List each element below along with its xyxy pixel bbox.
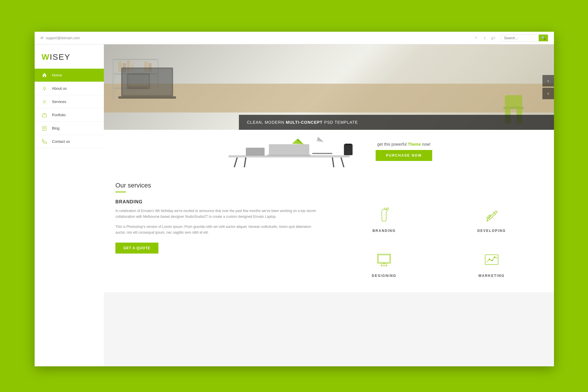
designing-icon-label: DESIGNING xyxy=(372,274,396,278)
document-icon xyxy=(40,124,48,132)
service-card-designing: DESIGNING xyxy=(333,244,435,284)
top-bar-left: ✉ support@domain.com xyxy=(40,36,80,40)
promo-banner: get this powerful Theme now! PURCHASE NO… xyxy=(104,130,554,173)
nav-item-about[interactable]: About us xyxy=(35,82,104,95)
services-grid: BRANDING In celebration of Envato's 9th … xyxy=(115,199,542,284)
content-area[interactable]: CLEAN, MODERN MULTI-CONCEPT PSD TEMPLATE… xyxy=(104,44,554,366)
svg-rect-45 xyxy=(488,211,497,220)
phone-icon xyxy=(40,138,48,146)
twitter-icon[interactable]: t xyxy=(482,35,488,41)
nav-label-portfolio: Portfolio xyxy=(52,113,66,117)
svg-rect-36 xyxy=(344,144,353,155)
branding-text2: This is Photoshop's version of Lorem Ips… xyxy=(115,224,319,236)
svg-rect-32 xyxy=(269,144,309,155)
logo-rest: ISEY xyxy=(50,52,70,61)
horse-icon xyxy=(375,207,393,224)
svg-rect-34 xyxy=(246,148,265,156)
svg-line-30 xyxy=(332,157,334,167)
nav-label-home: Home xyxy=(52,73,62,77)
social-icons: f t g+ xyxy=(473,35,496,41)
service-card-branding: BRANDING xyxy=(333,199,435,239)
desk-mockup xyxy=(118,67,176,105)
promo-suffix: now! xyxy=(421,142,430,147)
hero-caption: CLEAN, MODERN MULTI-CONCEPT PSD TEMPLATE xyxy=(239,115,554,130)
search-bar: 🔍 xyxy=(501,34,548,42)
svg-rect-55 xyxy=(485,255,498,265)
purchase-button[interactable]: PURCHASE NOW xyxy=(376,150,432,161)
promo-prefix: get this powerful xyxy=(377,142,408,147)
services-section: Our services BRANDING In celebration of … xyxy=(104,173,554,292)
googleplus-icon[interactable]: g+ xyxy=(490,35,496,41)
caption-normal: CLEAN, MODERN xyxy=(247,120,286,125)
svg-line-29 xyxy=(244,157,246,167)
designing-icon xyxy=(374,250,394,270)
logo: WISEY xyxy=(42,52,97,62)
email-text: support@domain.com xyxy=(46,36,80,40)
promo-text-area: get this powerful Theme now! PURCHASE NO… xyxy=(367,142,441,161)
services-title: Our services xyxy=(115,182,542,189)
svg-rect-35 xyxy=(312,153,332,154)
nav-label-services: Services xyxy=(52,100,66,104)
nav-item-portfolio[interactable]: Portfolio xyxy=(35,108,104,122)
svg-rect-37 xyxy=(345,144,352,145)
service-card-marketing: MARKETING xyxy=(441,244,543,284)
svg-rect-7 xyxy=(113,59,159,60)
nav-label-about: About us xyxy=(52,86,67,91)
slider-prev-btn[interactable]: › xyxy=(542,75,554,87)
main-area: WISEY Home xyxy=(35,44,554,366)
nav-item-home[interactable]: Home xyxy=(35,69,104,82)
developing-icon-label: DEVELOPING xyxy=(477,229,506,233)
branding-title: BRANDING xyxy=(115,199,319,205)
slider-nav: › ‹ xyxy=(542,75,554,99)
desk-promo-svg xyxy=(217,136,361,167)
svg-line-52 xyxy=(386,263,387,266)
lightbulb-icon xyxy=(40,85,48,93)
browser-window: ✉ support@domain.com f t g+ 🔍 WISEY xyxy=(35,32,554,366)
pencil-tools-icon xyxy=(483,207,500,224)
nav-label-blog: Blog xyxy=(52,126,59,130)
svg-rect-24 xyxy=(503,107,524,109)
promo-inner: get this powerful Theme now! PURCHASE NO… xyxy=(115,136,542,167)
chart-icon xyxy=(483,252,500,269)
promo-theme: Theme xyxy=(408,142,421,147)
caption-end: PSD TEMPLATE xyxy=(324,120,358,125)
sidebar: WISEY Home xyxy=(35,44,104,366)
caption-bold: MULTI-CONCEPT xyxy=(286,120,323,125)
svg-rect-20 xyxy=(118,96,176,99)
service-icons-right: BRANDING xyxy=(333,199,542,284)
svg-point-58 xyxy=(494,257,495,258)
home-icon xyxy=(40,71,48,79)
svg-rect-49 xyxy=(378,254,391,263)
marketing-icon xyxy=(482,250,502,270)
nav-item-blog[interactable]: Blog xyxy=(35,122,104,135)
svg-rect-23 xyxy=(505,95,522,107)
svg-point-42 xyxy=(386,209,387,210)
search-input[interactable] xyxy=(501,35,539,41)
nav-item-contact[interactable]: Contact us xyxy=(35,135,104,148)
nav-item-services[interactable]: Services xyxy=(35,95,104,108)
monitor-icon xyxy=(375,252,393,269)
svg-line-28 xyxy=(234,157,237,167)
gear-icon xyxy=(40,98,48,106)
slider-next-btn[interactable]: ‹ xyxy=(542,88,554,99)
search-button[interactable]: 🔍 xyxy=(539,35,548,41)
svg-rect-33 xyxy=(267,155,311,156)
svg-rect-50 xyxy=(379,255,390,262)
nav-label-contact: Contact us xyxy=(52,139,70,144)
developing-icon xyxy=(482,205,502,225)
logo-w: W xyxy=(42,52,50,61)
facebook-icon[interactable]: f xyxy=(473,35,479,41)
marketing-icon-label: MARKETING xyxy=(478,274,505,278)
svg-rect-22 xyxy=(128,75,149,86)
svg-line-51 xyxy=(381,263,382,266)
svg-rect-10 xyxy=(113,59,114,99)
hero-slider: CLEAN, MODERN MULTI-CONCEPT PSD TEMPLATE… xyxy=(104,44,554,130)
nav-menu: Home About us xyxy=(35,69,104,366)
svg-line-31 xyxy=(341,157,344,167)
top-bar: ✉ support@domain.com f t g+ 🔍 xyxy=(35,32,554,44)
briefcase-icon xyxy=(40,111,48,119)
svg-point-56 xyxy=(489,259,490,260)
svg-point-54 xyxy=(384,263,385,264)
get-quote-button[interactable]: GET A QUOTE xyxy=(115,243,158,254)
top-bar-right: f t g+ 🔍 xyxy=(473,34,548,42)
